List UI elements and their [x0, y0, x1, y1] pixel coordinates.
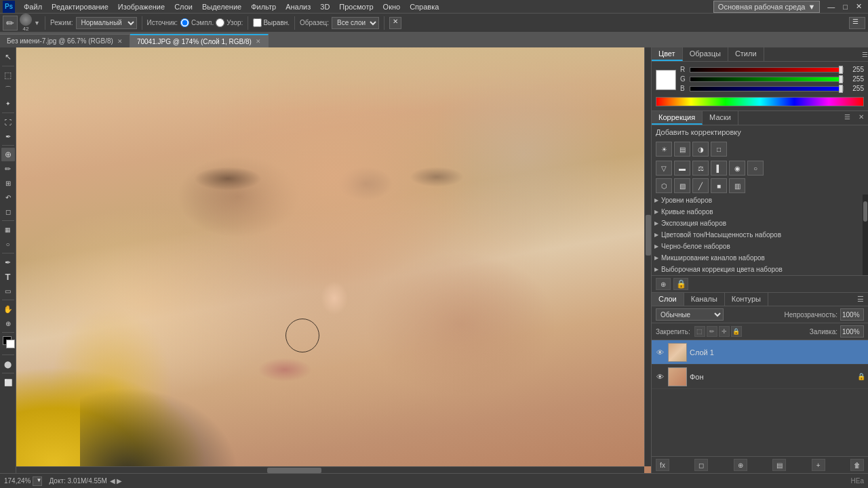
tool-quick-mask[interactable]: ⬤ — [1, 357, 15, 371]
canvas-scrollbar-horizontal[interactable] — [16, 466, 644, 473]
window-close[interactable]: ✕ — [852, 0, 865, 14]
adjustment-btn-2[interactable]: 🔒 — [673, 278, 688, 290]
window-minimize[interactable]: — — [824, 0, 838, 14]
tool-brush[interactable]: ✏ — [1, 162, 15, 176]
color-preview-swatch[interactable] — [656, 70, 676, 90]
tool-move[interactable]: ↖ — [1, 50, 15, 64]
layer-delete-button[interactable]: 🗑 — [850, 459, 864, 471]
tool-history-brush[interactable]: ↶ — [1, 190, 15, 204]
correction-icon-threshold[interactable]: ▧ — [674, 178, 690, 193]
correction-icon-bw[interactable]: ▌ — [711, 161, 727, 176]
menu-3d[interactable]: 3D — [315, 0, 334, 14]
tab-paths[interactable]: Контуры — [725, 293, 768, 306]
layer-visibility-background[interactable]: 👁 — [654, 371, 665, 382]
g-slider-thumb[interactable] — [839, 75, 843, 83]
fill-input[interactable] — [840, 325, 864, 338]
menu-select[interactable]: Выделение — [197, 0, 246, 14]
adjustment-btn-1[interactable]: ⊕ — [656, 278, 671, 290]
tab-file2[interactable]: 70041.JPG @ 174% (Слой 1, RGB/8) ✕ — [130, 34, 269, 47]
tool-shape[interactable]: ▭ — [1, 284, 15, 298]
zoom-options-btn[interactable]: ▼ — [33, 476, 42, 486]
source-radio-sample[interactable] — [180, 18, 189, 27]
source-radio-pattern[interactable] — [216, 18, 224, 27]
correction-item-5[interactable]: ▶ Микширование каналов наборов — [652, 252, 863, 264]
crosshair-btn[interactable]: ✕ — [389, 17, 401, 29]
menu-help[interactable]: Справка — [405, 0, 443, 14]
layers-panel-menu[interactable]: ☰ — [853, 293, 868, 306]
tool-magic-wand[interactable]: ✦ — [1, 97, 15, 110]
mode-select[interactable]: Нормальный — [76, 17, 137, 29]
correction-item-1[interactable]: ▶ Кривые наборов — [652, 206, 863, 218]
tab-layers[interactable]: Слои — [652, 293, 684, 306]
tool-gradient[interactable]: ▦ — [1, 223, 15, 237]
menu-window[interactable]: Окно — [378, 0, 406, 14]
color-spectrum-bar[interactable] — [656, 97, 864, 106]
correction-icon-brightness[interactable]: ☀ — [656, 142, 672, 157]
correction-icon-selective-color[interactable]: ■ — [711, 178, 727, 193]
menu-analysis[interactable]: Анализ — [281, 0, 315, 14]
correction-item-3[interactable]: ▶ Цветовой тон/Насыщенность наборов — [652, 229, 863, 241]
menu-view[interactable]: Просмотр — [334, 0, 378, 14]
tab-close-2[interactable]: ✕ — [256, 38, 261, 45]
layer-mask-button[interactable]: ◻ — [694, 459, 708, 471]
tool-lasso[interactable]: ⌒ — [1, 83, 15, 96]
correction-panel-collapse[interactable]: ✕ — [854, 111, 868, 125]
correction-item-0[interactable]: ▶ Уровни наборов — [652, 195, 863, 206]
menu-file[interactable]: Файл — [19, 0, 47, 14]
canvas-scrollbar-vertical[interactable] — [644, 47, 651, 466]
tab-styles[interactable]: Стили — [728, 47, 764, 61]
nav-prev[interactable]: ◀ — [110, 477, 115, 485]
canvas-scroll-thumb-v[interactable] — [646, 215, 651, 256]
correction-item-6[interactable]: ▶ Выборочная коррекция цвета наборов — [652, 264, 863, 275]
tool-crop[interactable]: ⛶ — [1, 115, 15, 129]
tab-masks[interactable]: Маски — [703, 111, 738, 125]
menu-image[interactable]: Изображение — [113, 0, 170, 14]
tab-swatches[interactable]: Образцы — [683, 47, 728, 61]
menu-edit[interactable]: Редактирование — [47, 0, 113, 14]
b-slider-thumb[interactable] — [839, 85, 843, 93]
r-slider-thumb[interactable] — [839, 66, 843, 74]
brush-dropdown-arrow[interactable]: ▼ — [34, 20, 40, 26]
tool-dodge[interactable]: ○ — [1, 237, 15, 251]
fg-bg-colors[interactable] — [1, 336, 15, 351]
r-slider-track[interactable] — [690, 67, 844, 73]
tool-options-icon[interactable]: ✏ — [3, 16, 18, 30]
correction-scrollbar[interactable] — [863, 195, 868, 275]
tool-clone[interactable]: ⊞ — [1, 176, 15, 190]
tool-zoom[interactable]: ⊕ — [1, 317, 15, 330]
lock-paint-icon[interactable]: ✏ — [707, 326, 717, 337]
correction-icon-levels[interactable]: ▤ — [674, 142, 690, 157]
layer-adjustment-button[interactable]: ⊕ — [734, 459, 747, 471]
tool-hand[interactable]: ✋ — [1, 302, 15, 316]
window-maximize[interactable]: □ — [840, 0, 851, 14]
correction-icon-balance[interactable]: ⚖ — [692, 161, 709, 176]
options-extra-btn[interactable]: ☰ — [849, 17, 865, 29]
layer-row-background[interactable]: 👁 Фон 🔒 — [652, 365, 868, 389]
correction-icon-hsl[interactable]: ▬ — [674, 161, 690, 176]
correction-scroll-thumb[interactable] — [863, 201, 867, 222]
correction-item-4[interactable]: ▶ Черно-белое наборов — [652, 241, 863, 252]
tab-file1[interactable]: Без имени-7.jpg @ 66.7% (RGB/8) ✕ — [0, 34, 130, 47]
tool-eyedropper[interactable]: ✒ — [1, 129, 15, 143]
tool-heal[interactable]: ⊕ — [1, 148, 15, 161]
tab-correction[interactable]: Коррекция — [652, 111, 703, 125]
tool-rect-select[interactable]: ⬚ — [1, 68, 15, 82]
correction-icon-curves[interactable]: ◑ — [692, 142, 709, 157]
lock-all-icon[interactable]: 🔒 — [731, 326, 742, 337]
b-slider-track[interactable] — [690, 86, 844, 92]
tab-close-1[interactable]: ✕ — [117, 38, 123, 45]
correction-icon-vibrance[interactable]: ▽ — [656, 161, 672, 176]
correction-icon-posterize[interactable]: ⬡ — [656, 178, 672, 193]
canvas-image[interactable] — [16, 47, 651, 473]
blend-mode-select[interactable]: Обычные — [656, 308, 724, 321]
color-panel-menu[interactable]: ☰ — [862, 51, 868, 58]
correction-icon-invert[interactable]: ▥ — [729, 178, 745, 193]
tool-screen-mode[interactable]: ⬜ — [1, 375, 15, 389]
menu-layers[interactable]: Слои — [170, 0, 197, 14]
brush-preset-picker[interactable]: 42 — [20, 14, 32, 32]
tool-text[interactable]: T — [1, 270, 15, 283]
lock-transparent-icon[interactable]: ⬚ — [694, 326, 705, 337]
menu-filter[interactable]: Фильтр — [246, 0, 281, 14]
opacity-input[interactable] — [840, 308, 864, 321]
tab-color[interactable]: Цвет — [652, 47, 683, 61]
